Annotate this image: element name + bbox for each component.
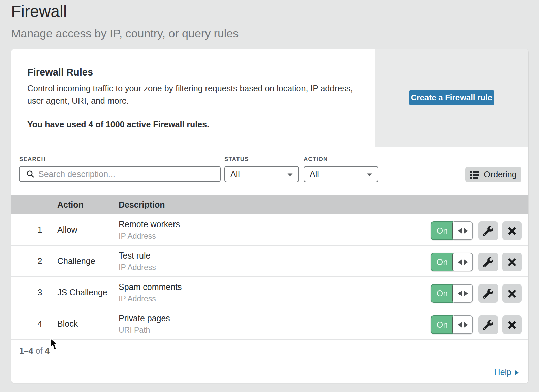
rule-priority: 3 [11, 288, 57, 297]
ordering-button[interactable]: Ordering [465, 167, 521, 182]
create-firewall-rule-button[interactable]: Create a Firewall rule [409, 90, 494, 105]
search-label: SEARCH [19, 156, 46, 163]
toggle-handle[interactable] [452, 284, 473, 303]
wrench-icon [483, 320, 493, 330]
toggle-handle[interactable] [452, 315, 473, 334]
left-right-arrows-icon [458, 322, 468, 328]
delete-rule-button[interactable] [502, 315, 522, 334]
pagination-range: 1–4 [19, 346, 33, 356]
chevron-down-icon [287, 173, 293, 176]
page-subtitle: Manage access by IP, country, or query r… [11, 26, 239, 40]
rule-description: Spam comments [119, 282, 431, 292]
rule-enabled-toggle[interactable]: On [431, 315, 474, 334]
rule-priority: 2 [11, 256, 57, 266]
table-row: 2 Challenge Test rule IP Address On [11, 246, 528, 277]
page-title: Firewall [11, 2, 67, 21]
ordering-list-icon [470, 171, 479, 179]
action-select-value: All [310, 169, 319, 179]
toggle-handle[interactable] [452, 221, 473, 240]
status-select-value: All [230, 169, 240, 179]
rule-priority: 4 [11, 319, 57, 329]
wrench-icon [483, 226, 493, 236]
rule-action: JS Challenge [57, 288, 119, 297]
rule-enabled-toggle[interactable]: On [431, 221, 474, 240]
search-field [19, 166, 221, 182]
table-header: Action Description [11, 195, 528, 214]
ordering-button-label: Ordering [484, 170, 516, 179]
search-input[interactable] [38, 167, 214, 181]
pagination-of: of [36, 346, 43, 356]
create-rule-panel: Create a Firewall rule [375, 49, 528, 147]
rule-action: Allow [57, 225, 119, 235]
x-icon [508, 227, 516, 235]
action-select[interactable]: All [304, 166, 378, 182]
delete-rule-button[interactable] [502, 221, 522, 240]
pagination: 1–4 of 4 [11, 340, 528, 362]
usage-summary: You have used 4 of 1000 active Firewall … [27, 119, 364, 130]
toggle-on-label: On [431, 315, 453, 334]
rule-description: Remote workers [119, 219, 431, 229]
x-icon [508, 321, 516, 329]
table-row: 1 Allow Remote workers IP Address On [11, 214, 528, 246]
wrench-icon [483, 257, 493, 267]
filters-bar: SEARCH STATUS All ACTION All [11, 147, 528, 195]
table-row: 4 Block Private pages URI Path On [11, 308, 528, 340]
help-row: Help [11, 362, 528, 382]
triangle-right-icon [515, 370, 519, 375]
rule-match-type: URI Path [119, 326, 431, 334]
toggle-on-label: On [431, 253, 453, 271]
action-label: ACTION [304, 156, 328, 163]
mouse-cursor [49, 337, 59, 352]
rule-match-type: IP Address [119, 294, 431, 303]
rule-priority: 1 [11, 225, 57, 235]
section-description: Control incoming traffic to your zone by… [27, 82, 356, 107]
column-description: Description [119, 200, 528, 210]
help-link-label: Help [494, 367, 511, 377]
search-icon [26, 170, 35, 178]
rule-enabled-toggle[interactable]: On [431, 253, 474, 271]
rule-action: Block [57, 319, 119, 329]
firewall-rules-card: Firewall Rules Control incoming traffic … [11, 49, 528, 383]
section-heading: Firewall Rules [27, 66, 364, 78]
wrench-icon [483, 289, 493, 299]
rule-action: Challenge [57, 256, 119, 266]
firewall-rules-summary-section: Firewall Rules Control incoming traffic … [11, 49, 528, 147]
rule-match-type: IP Address [119, 232, 431, 240]
toggle-handle[interactable] [452, 253, 473, 271]
status-select[interactable]: All [224, 166, 299, 182]
help-link[interactable]: Help [494, 367, 519, 377]
toggle-on-label: On [431, 284, 453, 303]
chevron-down-icon [367, 173, 372, 176]
rule-description: Private pages [119, 313, 431, 323]
table-row: 3 JS Challenge Spam comments IP Address … [11, 277, 528, 308]
edit-rule-button[interactable] [478, 284, 498, 303]
edit-rule-button[interactable] [478, 315, 498, 334]
rule-match-type: IP Address [119, 263, 431, 272]
x-icon [508, 289, 516, 298]
rule-description: Test rule [119, 251, 431, 260]
edit-rule-button[interactable] [478, 221, 498, 240]
delete-rule-button[interactable] [502, 284, 522, 303]
left-right-arrows-icon [458, 291, 468, 296]
column-action: Action [57, 200, 119, 210]
delete-rule-button[interactable] [502, 253, 522, 271]
status-label: STATUS [224, 156, 249, 163]
edit-rule-button[interactable] [478, 253, 498, 271]
rule-enabled-toggle[interactable]: On [431, 284, 474, 303]
left-right-arrows-icon [458, 228, 468, 234]
x-icon [508, 258, 516, 267]
toggle-on-label: On [431, 221, 453, 240]
left-right-arrows-icon [458, 259, 468, 265]
